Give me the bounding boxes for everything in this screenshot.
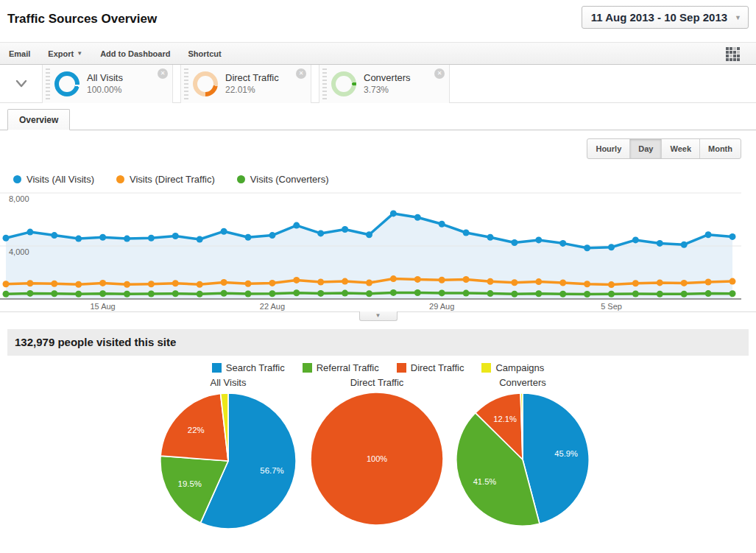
pie-title: Direct Traffic: [309, 377, 445, 389]
traffic-pies-section: All Visits 56.7%19.5%22% Direct Traffic …: [0, 377, 756, 538]
legend-swatch-icon: [212, 363, 222, 373]
granularity-month-button[interactable]: Month: [699, 139, 741, 158]
close-icon[interactable]: ✕: [158, 68, 168, 79]
close-icon[interactable]: ✕: [434, 68, 445, 79]
segment-name: All Visits: [87, 72, 123, 83]
drag-handle-icon[interactable]: [184, 68, 188, 99]
legend-item-campaigns[interactable]: Campaigns: [481, 362, 544, 373]
svg-text:19.5%: 19.5%: [178, 479, 202, 488]
legend-swatch-icon: [481, 363, 491, 373]
report-header: Traffic Sources Overview 11 Aug 2013 - 1…: [0, 0, 756, 42]
export-button[interactable]: Export ▼: [48, 49, 82, 58]
close-icon[interactable]: ✕: [296, 68, 306, 79]
svg-text:4,000: 4,000: [9, 247, 29, 256]
legend-swatch-icon: [397, 363, 406, 373]
svg-text:5 Sep: 5 Sep: [601, 302, 622, 311]
series-dot-icon: [237, 175, 245, 183]
segment-name: Direct Traffic: [225, 72, 279, 83]
legend-item-direct-traffic[interactable]: Visits (Direct Traffic): [116, 174, 215, 185]
svg-text:29 Aug: 29 Aug: [429, 302, 454, 311]
svg-text:22%: 22%: [188, 426, 205, 434]
chevron-down-icon: [15, 79, 28, 89]
segment-percent: 3.73%: [364, 85, 411, 95]
visitors-headline: 132,979 people visited this site: [7, 329, 749, 356]
all-visits-pie-chart[interactable]: 56.7%19.5%22%: [158, 391, 298, 531]
tab-bar: Overview: [0, 103, 756, 130]
series-dot-icon: [116, 175, 124, 183]
series-dot-icon: [13, 175, 21, 183]
email-button[interactable]: Email: [9, 49, 30, 58]
date-range-text: 11 Aug 2013 - 10 Sep 2013: [591, 11, 727, 24]
pie-converters: Converters 45.9%41.5%12.1%: [454, 377, 591, 531]
svg-text:22 Aug: 22 Aug: [260, 302, 285, 311]
pie-title: All Visits: [158, 377, 298, 389]
shortcut-button[interactable]: Shortcut: [188, 49, 221, 58]
page-title: Traffic Sources Overview: [7, 12, 157, 27]
segment-card-direct-traffic[interactable]: Direct Traffic 22.01% ✕: [180, 65, 311, 103]
chart-footer-divider: ▼: [0, 311, 756, 322]
chevron-down-icon: ▼: [735, 14, 741, 21]
drag-handle-icon[interactable]: [322, 68, 327, 99]
segment-card-all-visits[interactable]: All Visits 100.00% ✕: [42, 65, 173, 103]
svg-text:45.9%: 45.9%: [554, 449, 578, 458]
svg-text:56.7%: 56.7%: [260, 466, 283, 475]
granularity-week-button[interactable]: Week: [661, 139, 699, 158]
svg-text:41.5%: 41.5%: [473, 477, 497, 486]
segment-percent: 100.00%: [87, 85, 123, 95]
visits-timeseries-chart[interactable]: 4,0008,00015 Aug22 Aug29 Aug5 Sep: [0, 186, 741, 311]
date-range-selector[interactable]: 11 Aug 2013 - 10 Sep 2013 ▼: [582, 6, 749, 29]
segment-name: Converters: [364, 72, 411, 83]
add-to-dashboard-button[interactable]: Add to Dashboard: [100, 49, 170, 58]
chart-collapse-button[interactable]: ▼: [359, 311, 398, 321]
segments-collapse-button[interactable]: [0, 79, 42, 89]
pie-all-visits: All Visits 56.7%19.5%22%: [158, 377, 298, 534]
drag-handle-icon[interactable]: [46, 68, 50, 99]
segments-bar: All Visits 100.00% ✕ Direct Traffic 22.0…: [0, 65, 756, 103]
segment-donut-icon: [193, 71, 218, 96]
svg-text:8,000: 8,000: [9, 194, 29, 203]
time-granularity-control: Hourly Day Week Month: [587, 138, 741, 159]
legend-swatch-icon: [303, 363, 312, 373]
chevron-down-icon: ▼: [77, 50, 82, 57]
direct-traffic-pie-chart[interactable]: 100%: [309, 391, 445, 526]
customize-grid-icon[interactable]: [726, 47, 740, 64]
legend-item-all-visits[interactable]: Visits (All Visits): [13, 174, 94, 185]
pie-direct-traffic: Direct Traffic 100%: [309, 377, 445, 529]
pie-legend: Search Traffic Referral Traffic Direct T…: [0, 362, 756, 374]
segment-donut-icon: [331, 71, 356, 96]
svg-text:12.1%: 12.1%: [493, 415, 517, 423]
segment-percent: 22.01%: [225, 85, 279, 95]
legend-item-converters[interactable]: Visits (Converters): [237, 174, 329, 185]
granularity-day-button[interactable]: Day: [629, 139, 661, 158]
legend-item-search-traffic[interactable]: Search Traffic: [212, 362, 285, 373]
converters-pie-chart[interactable]: 45.9%41.5%12.1%: [454, 391, 591, 528]
report-content: Hourly Day Week Month Visits (All Visits…: [0, 130, 756, 538]
tab-overview[interactable]: Overview: [7, 109, 70, 130]
action-toolbar: Email Export ▼ Add to Dashboard Shortcut: [0, 42, 756, 65]
svg-text:100%: 100%: [367, 454, 387, 463]
granularity-hourly-button[interactable]: Hourly: [587, 139, 629, 158]
segment-card-converters[interactable]: Converters 3.73% ✕: [319, 65, 450, 103]
segment-donut-icon: [54, 71, 80, 96]
legend-item-direct-traffic[interactable]: Direct Traffic: [397, 362, 464, 373]
legend-item-referral-traffic[interactable]: Referral Traffic: [303, 362, 379, 373]
svg-text:15 Aug: 15 Aug: [90, 302, 115, 311]
pie-title: Converters: [454, 377, 591, 389]
